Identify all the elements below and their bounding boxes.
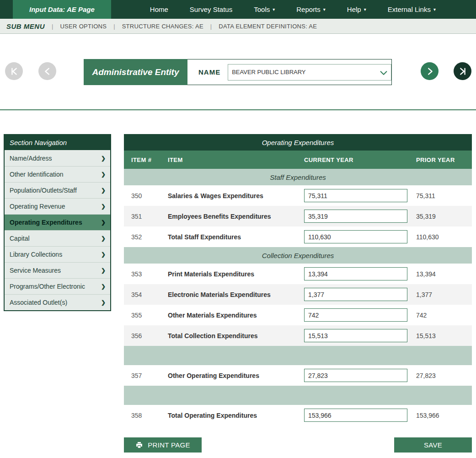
sidebar-item-name-address[interactable]: Name/Address❯: [5, 150, 110, 166]
current-year-cell: [304, 308, 416, 322]
item-name-cell: Other Materials Expenditures: [168, 312, 304, 319]
sidebar-item-label: Other Identification: [10, 171, 64, 178]
sidebar-item-population-outlets-staff[interactable]: Population/Outlets/Staff❯: [5, 182, 110, 198]
dropdown-caret-icon: ▾: [364, 7, 366, 12]
item-name-cell: Total Operating Expenditures: [168, 412, 304, 419]
entity-box: Administrative Entity NAME BEAVER PUBLIC…: [84, 59, 392, 85]
current-year-input-352[interactable]: [304, 230, 407, 243]
column-header-item: ITEM: [168, 156, 304, 163]
sidebar-item-label: Operating Revenue: [10, 203, 65, 210]
chevron-left-icon: [43, 66, 53, 76]
printer-icon: [135, 441, 143, 449]
table-section-row: [124, 386, 472, 405]
table-row: 354Electronic Materials Expenditures1,37…: [124, 284, 472, 305]
entity-type-title: Administrative Entity: [84, 59, 187, 85]
current-year-cell: [304, 230, 416, 243]
nav-item-label: External Links: [388, 5, 431, 13]
sidebar-item-library-collections[interactable]: Library Collections❯: [5, 246, 110, 262]
table-row: 357Other Operating Expenditures27,823: [124, 365, 472, 386]
sidebar-item-service-measures[interactable]: Service Measures❯: [5, 262, 110, 278]
submenu-item-user-options[interactable]: USER OPTIONS: [60, 23, 107, 30]
sub-menu-items: |USER OPTIONS|STRUCTURE CHANGES: AE|DATA…: [45, 23, 317, 30]
section-row-label: Collection Expenditures: [262, 252, 334, 259]
current-year-input-358[interactable]: [304, 409, 407, 422]
item-number-cell: 356: [131, 332, 168, 339]
entity-selector-section: Administrative Entity NAME BEAVER PUBLIC…: [0, 34, 476, 110]
sidebar-item-associated-outlet-s[interactable]: Associated Outlet(s)❯: [5, 294, 110, 310]
table-row: 350Salaries & Wages Expenditures75,311: [124, 185, 472, 206]
submenu-separator-icon: |: [210, 23, 212, 30]
prior-year-cell: 75,311: [416, 192, 472, 199]
section-row-label: Staff Expenditures: [270, 173, 326, 181]
nav-item-external-links[interactable]: External Links▾: [388, 5, 436, 13]
chevron-right-icon: ❯: [101, 235, 106, 242]
sidebar-item-label: Population/Outlets/Staff: [10, 187, 77, 194]
sidebar-item-label: Service Measures: [10, 267, 61, 274]
sub-menu-title: SUB MENU: [6, 22, 45, 30]
table-row: 355Other Materials Expenditures742: [124, 305, 472, 325]
current-year-cell: [304, 210, 416, 223]
current-year-input-350[interactable]: [304, 189, 407, 202]
table-section-row: Collection Expenditures: [124, 247, 472, 264]
item-number-cell: 350: [131, 192, 168, 199]
submenu-separator-icon: |: [52, 23, 53, 30]
sidebar-item-other-identification[interactable]: Other Identification❯: [5, 166, 110, 182]
current-year-input-356[interactable]: [304, 329, 407, 342]
save-button[interactable]: SAVE: [394, 437, 472, 453]
prior-year-cell: 742: [416, 312, 472, 319]
item-number-cell: 351: [131, 213, 168, 220]
table-title: Operating Expenditures: [124, 134, 472, 151]
sidebar-item-programs-other-electronic[interactable]: Programs/Other Electronic❯: [5, 278, 110, 294]
current-year-input-357[interactable]: [304, 369, 407, 382]
chevron-right-icon: ❯: [101, 203, 106, 210]
nav-item-help[interactable]: Help▾: [347, 5, 366, 13]
print-page-label: PRINT PAGE: [148, 441, 190, 449]
sidebar-item-capital[interactable]: Capital❯: [5, 230, 110, 246]
table-row: 358Total Operating Expenditures153,966: [124, 405, 472, 426]
nav-item-tools[interactable]: Tools▾: [254, 5, 275, 13]
active-page-tab[interactable]: Input Data: AE Page: [13, 0, 111, 19]
chevron-right-icon: ❯: [101, 299, 106, 306]
sidebar-item-label: Name/Address: [10, 155, 52, 162]
current-year-input-353[interactable]: [304, 267, 407, 280]
top-nav: Input Data: AE Page HomeSurvey StatusToo…: [0, 0, 476, 19]
table-section-row: Staff Expenditures: [124, 169, 472, 185]
sidebar-item-operating-expenditures[interactable]: Operating Expenditures❯: [5, 214, 110, 230]
submenu-item-data-element-definitions-ae[interactable]: DATA ELEMENT DEFINITIONS: AE: [219, 23, 317, 30]
item-number-cell: 357: [131, 372, 168, 379]
table-section-row: [124, 346, 472, 365]
column-header-current-year: CURRENT YEAR: [304, 156, 416, 163]
item-name-cell: Other Operating Expenditures: [168, 372, 304, 379]
sidebar-title: Section Navigation: [5, 135, 110, 150]
print-page-button[interactable]: PRINT PAGE: [124, 437, 202, 453]
current-year-input-355[interactable]: [304, 308, 407, 322]
entity-name-selected-value: BEAVER PUBLIC LIBRARY: [232, 69, 305, 75]
name-label: NAME: [198, 68, 220, 76]
chevron-right-icon: ❯: [101, 187, 106, 194]
nav-item-reports[interactable]: Reports▾: [296, 5, 326, 13]
item-name-cell: Total Staff Expenditures: [168, 233, 304, 241]
sidebar-item-label: Associated Outlet(s): [10, 299, 67, 306]
next-record-button[interactable]: [421, 62, 439, 80]
submenu-item-structure-changes-ae[interactable]: STRUCTURE CHANGES: AE: [122, 23, 203, 30]
current-year-input-354[interactable]: [304, 288, 407, 301]
sidebar-item-label: Capital: [10, 235, 30, 242]
item-number-cell: 352: [131, 233, 168, 241]
first-record-button[interactable]: [5, 62, 23, 80]
prior-year-cell: 153,966: [416, 412, 472, 419]
nav-item-survey-status[interactable]: Survey Status: [190, 5, 232, 13]
sidebar-items: Name/Address❯Other Identification❯Popula…: [5, 150, 110, 310]
item-name-cell: Employees Benefits Expenditures: [168, 213, 304, 220]
sidebar-item-operating-revenue[interactable]: Operating Revenue❯: [5, 198, 110, 214]
item-number-cell: 353: [131, 270, 168, 278]
chevron-right-icon: ❯: [101, 171, 106, 178]
table-body: Staff Expenditures350Salaries & Wages Ex…: [124, 169, 472, 426]
prior-year-cell: 15,513: [416, 332, 472, 339]
main-panel: Operating Expenditures ITEM #ITEMCURRENT…: [124, 134, 472, 453]
entity-name-select[interactable]: BEAVER PUBLIC LIBRARY: [228, 64, 391, 81]
previous-record-button[interactable]: [38, 62, 56, 80]
nav-item-home[interactable]: Home: [150, 5, 168, 13]
current-year-input-351[interactable]: [304, 210, 407, 223]
last-record-button[interactable]: [454, 62, 471, 80]
nav-item-label: Tools: [254, 5, 270, 13]
